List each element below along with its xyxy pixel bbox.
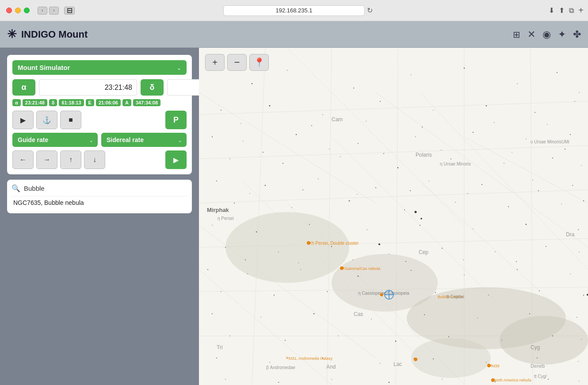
svg-point-164 — [415, 211, 417, 213]
forward-button[interactable]: › — [49, 7, 59, 15]
app-bar: ✳ INDIGO Mount ⊞ ✕ ◉ ✦ ✤ — [0, 21, 588, 48]
right-button[interactable]: → — [36, 150, 57, 169]
new-tab-icon[interactable]: + — [578, 5, 584, 15]
compass-icon[interactable]: ◉ — [542, 29, 551, 40]
sidereal-rate-select[interactable]: Sidereal rate — [101, 133, 187, 147]
wrench-icon[interactable]: ✕ — [527, 29, 535, 40]
status-a-label: A — [122, 99, 131, 106]
svg-point-185 — [414, 358, 417, 361]
titlebar-right: ⬇ ⬆ ⧉ + — [549, 5, 584, 15]
svg-point-135 — [389, 382, 389, 383]
down-button[interactable]: ↓ — [84, 150, 105, 169]
svg-point-28 — [252, 83, 252, 84]
svg-point-143 — [422, 127, 423, 127]
app-bar-tools: ⊞ ✕ ◉ ✦ ✤ — [513, 29, 581, 40]
play-button[interactable]: ▶ — [12, 111, 34, 129]
svg-point-40 — [433, 110, 433, 110]
sidebar-toggle[interactable]: ⊟ — [64, 7, 75, 15]
stop-button[interactable]: ■ — [60, 111, 81, 129]
dec-input[interactable] — [167, 79, 199, 96]
zoom-in-button[interactable]: + — [205, 54, 225, 71]
device-selector[interactable]: Mount Simulator — [12, 60, 187, 75]
ra-input[interactable] — [39, 79, 137, 96]
search-result[interactable]: NGC7635, Bubble nebula — [11, 196, 187, 209]
search-input[interactable] — [24, 185, 187, 192]
svg-point-55 — [397, 167, 399, 169]
svg-point-26 — [500, 316, 588, 365]
svg-point-145 — [547, 124, 547, 124]
svg-point-128 — [433, 358, 434, 359]
svg-point-56 — [451, 158, 451, 159]
svg-point-121 — [501, 340, 502, 341]
svg-point-91 — [579, 251, 579, 252]
svg-point-45 — [243, 141, 243, 141]
reload-button[interactable]: ↻ — [367, 6, 373, 15]
sidereal-rate-wrap[interactable]: Sidereal rate — [101, 133, 187, 147]
svg-point-47 — [358, 143, 359, 144]
traffic-lights — [0, 8, 36, 13]
svg-point-152 — [249, 193, 250, 193]
svg-point-73 — [508, 206, 509, 207]
svg-point-44 — [212, 136, 213, 137]
svg-point-155 — [410, 190, 411, 191]
svg-point-115 — [577, 317, 577, 318]
svg-point-160 — [352, 259, 353, 260]
left-button[interactable]: ← — [12, 150, 34, 169]
download-icon[interactable]: ⬇ — [549, 6, 554, 15]
svg-point-99 — [570, 273, 570, 274]
close-button[interactable] — [6, 8, 12, 13]
maximize-button[interactable] — [24, 8, 30, 13]
svg-point-35 — [579, 92, 579, 92]
svg-point-57 — [504, 163, 504, 164]
svg-point-63 — [375, 187, 376, 188]
up-button[interactable]: ↑ — [60, 150, 81, 169]
svg-point-111 — [371, 319, 372, 320]
ra-button[interactable]: α — [12, 79, 35, 96]
svg-text:β Andromedae: β Andromedae — [266, 365, 295, 370]
svg-point-66 — [532, 180, 533, 181]
minimize-button[interactable] — [15, 8, 21, 13]
svg-point-51 — [570, 134, 571, 135]
svg-point-42 — [535, 112, 535, 113]
map-area: + − 📍 — [199, 48, 588, 385]
svg-point-98 — [517, 269, 518, 270]
svg-point-100 — [221, 291, 221, 292]
go-button[interactable]: ▶ — [165, 150, 187, 169]
svg-point-112 — [424, 314, 425, 315]
guide-rate-wrap[interactable]: Guide rate — [12, 133, 98, 147]
guide-rate-select[interactable]: Guide rate — [12, 133, 98, 147]
location-button[interactable]: 📍 — [249, 54, 269, 71]
svg-point-80 — [420, 225, 420, 226]
svg-point-156 — [467, 193, 468, 194]
park-button[interactable]: P — [165, 111, 187, 129]
main-layout: Mount Simulator α δ α 23:21:48 δ 61:18:1… — [0, 48, 588, 385]
dec-button[interactable]: δ — [141, 79, 164, 96]
svg-point-106 — [539, 290, 540, 291]
svg-point-165 — [420, 218, 422, 219]
zoom-out-button[interactable]: − — [227, 54, 247, 71]
svg-point-39 — [380, 101, 381, 102]
device-selector-wrap[interactable]: Mount Simulator — [12, 60, 187, 75]
cursor-icon[interactable]: ✦ — [558, 29, 566, 40]
search-panel: 🔍 NGC7635, Bubble nebula — [7, 180, 192, 213]
svg-point-140 — [241, 123, 241, 123]
window-icon[interactable]: ⧉ — [569, 7, 574, 15]
svg-point-53 — [283, 163, 283, 164]
svg-point-70 — [349, 200, 350, 202]
svg-text:Polaris: Polaris — [416, 152, 432, 158]
share-icon[interactable]: ⬆ — [559, 6, 565, 15]
svg-point-150 — [512, 152, 512, 152]
back-button[interactable]: ‹ — [38, 7, 47, 15]
anchor-button[interactable]: ⚓ — [36, 111, 57, 129]
status-e-label: E — [86, 99, 94, 106]
svg-point-32 — [464, 68, 465, 69]
svg-point-134 — [331, 379, 332, 379]
svg-point-102 — [327, 291, 328, 292]
svg-text:And: And — [326, 364, 336, 370]
url-bar[interactable]: 192.168.235.1 — [223, 5, 365, 16]
svg-point-149 — [441, 150, 442, 150]
svg-point-38 — [322, 114, 323, 115]
crosshair-icon[interactable]: ✤ — [573, 29, 581, 40]
sliders-icon[interactable]: ⊞ — [513, 29, 520, 40]
svg-point-49 — [473, 132, 473, 133]
